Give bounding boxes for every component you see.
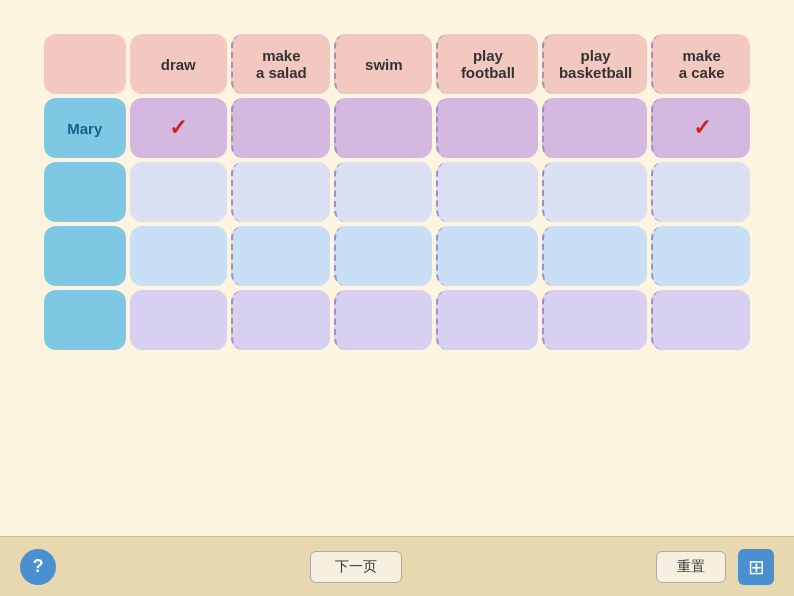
- toolbar-center: 下一页: [310, 551, 402, 583]
- expand-icon: ⊞: [748, 555, 765, 579]
- row4-cell-draw[interactable]: [130, 290, 228, 350]
- expand-button[interactable]: ⊞: [738, 549, 774, 585]
- row2-cell-basketball[interactable]: [542, 162, 648, 222]
- row3-cell-swim[interactable]: [334, 226, 432, 286]
- row1-cell-cake[interactable]: ✓: [651, 98, 750, 158]
- reset-button[interactable]: 重置: [656, 551, 726, 583]
- row1-cell-swim[interactable]: [334, 98, 432, 158]
- row4-cell-basketball[interactable]: [542, 290, 648, 350]
- header-swim: swim: [334, 34, 432, 94]
- checkmark-cake: ✓: [693, 115, 711, 140]
- main-content: draw makea salad swim playfootball playb…: [0, 0, 794, 374]
- header-make-cake: makea cake: [651, 34, 750, 94]
- row1-cell-football[interactable]: [436, 98, 538, 158]
- row1-cell-salad[interactable]: [231, 98, 330, 158]
- checkmark-draw: ✓: [169, 115, 187, 140]
- header-play-basketball: playbasketball: [542, 34, 648, 94]
- row1-cell-draw[interactable]: ✓: [130, 98, 228, 158]
- row4-cell-swim[interactable]: [334, 290, 432, 350]
- header-draw: draw: [130, 34, 228, 94]
- row4-cell-salad[interactable]: [231, 290, 330, 350]
- row3-cell-cake[interactable]: [651, 226, 750, 286]
- row3-cell-salad[interactable]: [231, 226, 330, 286]
- help-button[interactable]: ?: [20, 549, 56, 585]
- next-button[interactable]: 下一页: [310, 551, 402, 583]
- row3-cell-draw[interactable]: [130, 226, 228, 286]
- row2-cell-swim[interactable]: [334, 162, 432, 222]
- toolbar: ? 下一页 重置 ⊞: [0, 536, 794, 596]
- row3-cell-football[interactable]: [436, 226, 538, 286]
- row-label-mary: Mary: [44, 98, 126, 158]
- activity-grid: draw makea salad swim playfootball playb…: [40, 30, 754, 354]
- toolbar-left: ?: [20, 549, 56, 585]
- row3-label: [44, 226, 126, 286]
- row2-cell-football[interactable]: [436, 162, 538, 222]
- header-play-football: playfootball: [436, 34, 538, 94]
- row2-cell-salad[interactable]: [231, 162, 330, 222]
- row3-cell-basketball[interactable]: [542, 226, 648, 286]
- row2-cell-draw[interactable]: [130, 162, 228, 222]
- row4-cell-cake[interactable]: [651, 290, 750, 350]
- row2-label: [44, 162, 126, 222]
- row1-cell-basketball[interactable]: [542, 98, 648, 158]
- toolbar-right: 重置 ⊞: [656, 549, 774, 585]
- header-empty-cell: [44, 34, 126, 94]
- row4-label: [44, 290, 126, 350]
- row2-cell-cake[interactable]: [651, 162, 750, 222]
- row4-cell-football[interactable]: [436, 290, 538, 350]
- header-make-salad: makea salad: [231, 34, 330, 94]
